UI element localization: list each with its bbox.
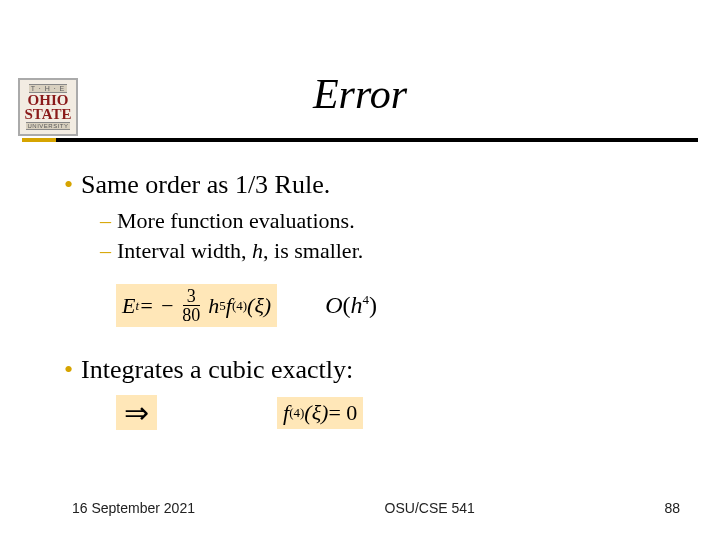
bullet-dash-icon: – bbox=[100, 208, 117, 233]
slide-footer: 16 September 2021 OSU/CSE 541 88 bbox=[72, 500, 680, 516]
formula-row: Et = − 3 80 h5 f(4)(ξ) O(h4) bbox=[116, 284, 684, 327]
title-underline bbox=[22, 138, 698, 144]
footer-date: 16 September 2021 bbox=[72, 500, 195, 516]
order-notation: O(h4) bbox=[325, 292, 377, 319]
bullet-level2: –Interval width, h, is smaller. bbox=[100, 238, 684, 264]
bullet-dot-icon: • bbox=[64, 170, 81, 199]
implies-symbol: ⇒ bbox=[116, 395, 157, 430]
slide-content: •Same order as 1/3 Rule. –More function … bbox=[64, 164, 684, 430]
bullet-level1: •Integrates a cubic exactly: bbox=[64, 355, 684, 385]
bullet-level1: •Same order as 1/3 Rule. bbox=[64, 170, 684, 200]
error-formula: Et = − 3 80 h5 f(4)(ξ) bbox=[116, 284, 277, 327]
implication-row: ⇒ f(4)(ξ)= 0 bbox=[116, 395, 684, 430]
bullet-dash-icon: – bbox=[100, 238, 117, 263]
bullet-level2: –More function evaluations. bbox=[100, 208, 684, 234]
footer-page-number: 88 bbox=[664, 500, 680, 516]
fourth-derivative-zero: f(4)(ξ)= 0 bbox=[277, 397, 363, 429]
footer-course: OSU/CSE 541 bbox=[385, 500, 475, 516]
logo-bottom-text: UNIVERSITY bbox=[26, 122, 69, 130]
bullet-dot-icon: • bbox=[64, 355, 81, 384]
slide-title: Error bbox=[0, 70, 720, 118]
